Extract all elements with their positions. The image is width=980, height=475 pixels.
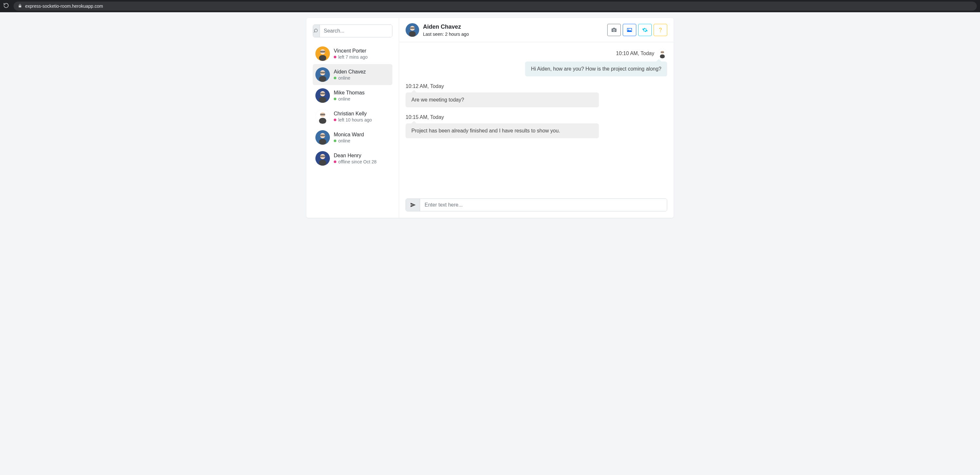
avatar bbox=[406, 23, 419, 37]
help-button[interactable] bbox=[654, 24, 667, 36]
status-dot bbox=[334, 161, 336, 163]
contact-name: Vincent Porter bbox=[334, 48, 390, 54]
message-meta: 10:12 AM, Today bbox=[406, 83, 667, 89]
status-dot bbox=[334, 98, 336, 100]
svg-rect-31 bbox=[661, 51, 664, 53]
avatar bbox=[315, 46, 330, 61]
svg-rect-26 bbox=[409, 31, 416, 37]
avatar bbox=[315, 109, 330, 124]
browser-bar: express-socketio-room.herokuapp.com bbox=[0, 0, 980, 12]
avatar bbox=[315, 130, 330, 145]
message-meta: 10:10 AM, Today bbox=[616, 49, 667, 58]
status-dot bbox=[334, 77, 336, 79]
svg-rect-22 bbox=[319, 160, 326, 166]
message-bubble: Hi Aiden, how are you? How is the projec… bbox=[525, 62, 667, 77]
chat-title: Aiden Chavez bbox=[423, 24, 469, 30]
status-dot bbox=[334, 56, 336, 58]
send-icon[interactable] bbox=[406, 199, 420, 211]
status-dot bbox=[334, 140, 336, 142]
avatar bbox=[315, 67, 330, 82]
svg-rect-23 bbox=[320, 156, 325, 158]
status-dot bbox=[334, 119, 336, 121]
message-bubble: Project has been already finished and I … bbox=[406, 123, 599, 138]
svg-rect-30 bbox=[660, 54, 665, 58]
contact-list: Vincent Porter left 7 mins ago Aiden Cha… bbox=[313, 43, 392, 169]
svg-rect-19 bbox=[320, 135, 325, 137]
message-row: 10:15 AM, TodayProject has been already … bbox=[406, 115, 667, 138]
sidebar: Vincent Porter left 7 mins ago Aiden Cha… bbox=[306, 18, 399, 218]
contact-status: offline since Oct 28 bbox=[334, 159, 390, 164]
svg-rect-2 bbox=[319, 55, 326, 61]
contact-item[interactable]: Dean Henry offline since Oct 28 bbox=[313, 148, 392, 169]
image-button[interactable] bbox=[623, 24, 636, 36]
message-time: 10:10 AM, Today bbox=[616, 51, 654, 56]
svg-rect-27 bbox=[410, 27, 415, 29]
search-icon bbox=[313, 25, 320, 37]
avatar bbox=[315, 88, 330, 103]
contact-status: online bbox=[334, 96, 390, 102]
message-time: 10:15 AM, Today bbox=[406, 115, 444, 120]
message-meta: 10:15 AM, Today bbox=[406, 115, 667, 120]
reload-icon[interactable] bbox=[3, 3, 9, 10]
svg-rect-10 bbox=[319, 97, 326, 103]
contact-item[interactable]: Christian Kelly left 10 hours ago bbox=[313, 106, 392, 127]
compose bbox=[399, 199, 674, 218]
message-row: 10:12 AM, TodayAre we meeting today? bbox=[406, 83, 667, 107]
contact-status: online bbox=[334, 75, 390, 81]
settings-button[interactable] bbox=[638, 24, 652, 36]
chat-area: Aiden Chavez Last seen: 2 hours ago 10:1… bbox=[399, 18, 674, 218]
contact-status: left 7 mins ago bbox=[334, 54, 390, 60]
chat-app: Vincent Porter left 7 mins ago Aiden Cha… bbox=[306, 18, 674, 218]
contact-status: online bbox=[334, 138, 390, 143]
address-bar[interactable]: express-socketio-room.herokuapp.com bbox=[14, 2, 977, 11]
message-bubble: Are we meeting today? bbox=[406, 92, 599, 107]
lock-icon bbox=[18, 3, 22, 9]
chat-body: 10:10 AM, TodayHi Aiden, how are you? Ho… bbox=[399, 42, 674, 199]
camera-button[interactable] bbox=[607, 24, 621, 36]
message-time: 10:12 AM, Today bbox=[406, 83, 444, 89]
message-row: 10:10 AM, TodayHi Aiden, how are you? Ho… bbox=[406, 49, 667, 77]
contact-item[interactable]: Monica Ward online bbox=[313, 127, 392, 148]
contact-name: Christian Kelly bbox=[334, 111, 390, 116]
chat-subtitle: Last seen: 2 hours ago bbox=[423, 32, 469, 37]
search-input[interactable] bbox=[320, 25, 392, 37]
avatar bbox=[315, 151, 330, 166]
svg-rect-15 bbox=[320, 114, 325, 116]
svg-rect-3 bbox=[320, 51, 325, 53]
contact-name: Monica Ward bbox=[334, 132, 390, 138]
contact-name: Mike Thomas bbox=[334, 90, 390, 96]
svg-rect-6 bbox=[319, 76, 326, 82]
compose-input[interactable] bbox=[420, 199, 667, 211]
svg-rect-18 bbox=[319, 139, 326, 145]
svg-rect-11 bbox=[320, 93, 325, 95]
contact-item[interactable]: Aiden Chavez online bbox=[313, 64, 392, 85]
svg-rect-7 bbox=[320, 72, 325, 74]
url-text: express-socketio-room.herokuapp.com bbox=[25, 3, 103, 9]
contact-item[interactable]: Vincent Porter left 7 mins ago bbox=[313, 43, 392, 64]
chat-header: Aiden Chavez Last seen: 2 hours ago bbox=[399, 18, 674, 42]
contact-item[interactable]: Mike Thomas online bbox=[313, 85, 392, 106]
search-wrap bbox=[313, 24, 392, 37]
contact-name: Dean Henry bbox=[334, 153, 390, 159]
contact-status: left 10 hours ago bbox=[334, 117, 390, 123]
contact-name: Aiden Chavez bbox=[334, 69, 390, 75]
svg-rect-14 bbox=[319, 118, 326, 124]
chat-actions bbox=[607, 24, 667, 36]
avatar bbox=[657, 49, 667, 58]
